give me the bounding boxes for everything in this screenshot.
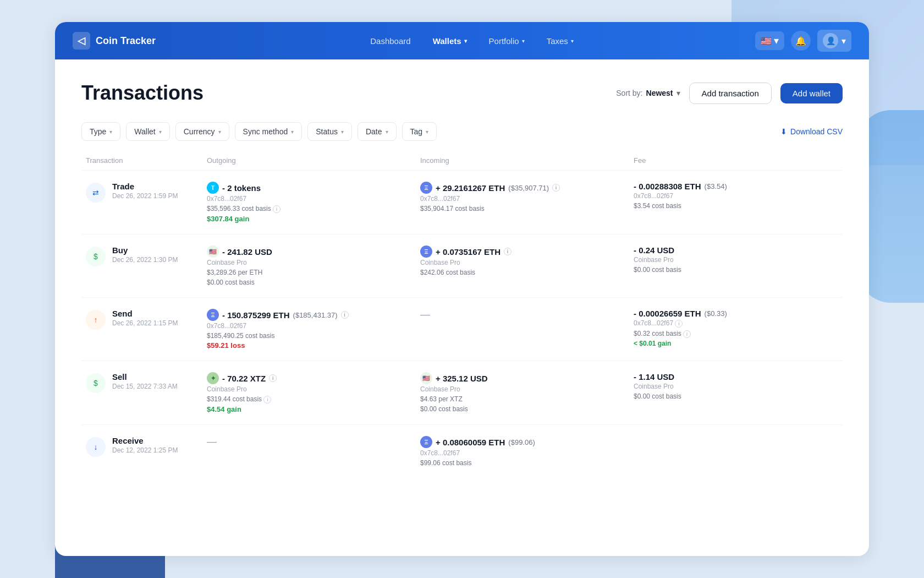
notifications-button[interactable]: 🔔	[791, 31, 811, 51]
col-transaction: Transaction	[81, 156, 202, 165]
tx-outgoing-dash: —	[207, 436, 217, 447]
filter-tag[interactable]: Tag ▾	[402, 122, 437, 141]
filter-currency[interactable]: Currency ▾	[175, 122, 229, 141]
chevron-down-icon: ▾	[842, 36, 846, 46]
nav-dashboard[interactable]: Dashboard	[361, 32, 419, 50]
tx-fee-cost: $0.32 cost basis i	[634, 330, 838, 338]
eth-coin-icon: Ξ	[420, 436, 432, 448]
tx-fee-address: 0x7c8...02f67 i	[634, 319, 838, 328]
tx-outgoing-amount: ✦ - 70.22 XTZ i	[207, 372, 411, 384]
tx-incoming-cost: $242.06 cost basis	[420, 269, 625, 276]
info-icon[interactable]: i	[273, 205, 280, 213]
download-csv-button[interactable]: ⬇ Download CSV	[780, 127, 843, 136]
chevron-down-icon: ▾	[774, 35, 779, 47]
tx-name: Receive	[112, 436, 178, 445]
tx-fee-amount: - 0.00288308 ETH ($3.54)	[634, 182, 838, 191]
chevron-down-icon: ▾	[571, 38, 574, 44]
nav-portfolio[interactable]: Portfolio ▾	[480, 32, 534, 50]
filter-sync-method[interactable]: Sync method ▾	[235, 122, 302, 141]
tx-outgoing-cost: $0.00 cost basis	[207, 279, 411, 286]
tx-outgoing-address: 0x7c8...02f67	[207, 195, 411, 203]
page-title: Transactions	[81, 81, 204, 105]
info-icon[interactable]: i	[683, 330, 691, 338]
tx-outgoing-per: $3,289.26 per ETH	[207, 269, 411, 276]
chevron-down-icon: ▾	[341, 129, 344, 135]
tx-incoming-cell: Ξ + 29.2161267 ETH ($35,907.71) i 0x7c8.…	[416, 182, 629, 212]
tx-incoming-cell: Ξ + 0.0735167 ETH i Coinbase Pro $242.06…	[416, 246, 629, 276]
chevron-down-icon: ▾	[159, 129, 162, 135]
tx-fee-cell: - 0.00026659 ETH ($0.33) 0x7c8...02f67 i…	[629, 309, 843, 347]
bell-icon: 🔔	[795, 36, 806, 46]
add-wallet-button[interactable]: Add wallet	[780, 83, 843, 103]
tx-outgoing-cost: $35,596.33 cost basis i	[207, 205, 411, 213]
tx-outgoing-cost: $185,490.25 cost basis	[207, 332, 411, 340]
tx-name: Sell	[112, 372, 178, 381]
add-transaction-button[interactable]: Add transaction	[689, 83, 772, 104]
flag-button[interactable]: 🇺🇸 ▾	[755, 31, 784, 50]
nav-links: Dashboard Wallets ▾ Portfolio ▾ Taxes ▾	[189, 32, 755, 50]
info-icon[interactable]: i	[341, 311, 349, 319]
tx-incoming-cost: $99.06 cost basis	[420, 459, 625, 467]
tx-fee-cost: $0.00 cost basis	[634, 392, 838, 400]
tx-fee-cell: - 0.00288308 ETH ($3.54) 0x7c8...02f67 $…	[629, 182, 843, 210]
tx-name: Buy	[112, 246, 178, 255]
filter-bar: Type ▾ Wallet ▾ Currency ▾ Sync method ▾…	[81, 122, 843, 141]
tx-date: Dec 26, 2022 1:15 PM	[112, 319, 178, 327]
logo[interactable]: ◁ Coin Tracker	[73, 32, 156, 50]
chevron-down-icon: ▾	[676, 89, 680, 97]
user-menu-button[interactable]: 👤 ▾	[817, 30, 851, 52]
tx-outgoing-amount: T - 2 tokens	[207, 182, 411, 194]
tx-incoming-sub: Coinbase Pro	[420, 259, 625, 266]
filter-type[interactable]: Type ▾	[81, 122, 120, 141]
sort-control[interactable]: Sort by: Newest ▾	[616, 89, 680, 97]
flag-icon: 🇺🇸	[761, 36, 772, 46]
tx-incoming-amount: 🇺🇸 + 325.12 USD	[420, 372, 625, 384]
tx-fee-cost: $3.54 cost basis	[634, 202, 838, 210]
tx-date: Dec 26, 2022 1:59 PM	[112, 192, 178, 200]
tx-incoming-cell: —	[416, 309, 629, 320]
header-actions: Sort by: Newest ▾ Add transaction Add wa…	[616, 83, 843, 104]
tx-date: Dec 15, 2022 7:33 AM	[112, 383, 178, 390]
info-icon[interactable]: i	[269, 374, 277, 382]
tx-incoming-dash: —	[420, 309, 430, 320]
tx-gain-small: < $0.01 gain	[634, 340, 838, 347]
info-icon[interactable]: i	[552, 184, 560, 192]
sort-label: Sort by:	[616, 89, 642, 97]
tx-incoming-amount: Ξ + 0.08060059 ETH ($99.06)	[420, 436, 625, 448]
tx-type-cell: $ Sell Dec 15, 2022 7:33 AM	[81, 372, 202, 393]
chevron-down-icon: ▾	[109, 129, 112, 135]
tx-name: Trade	[112, 182, 178, 191]
navbar: ◁ Coin Tracker Dashboard Wallets ▾ Portf…	[55, 22, 869, 59]
tx-incoming-cost: $0.00 cost basis	[420, 405, 625, 413]
tx-fee-amount: - 0.24 USD	[634, 246, 838, 255]
nav-wallets[interactable]: Wallets ▾	[424, 32, 476, 50]
avatar: 👤	[823, 33, 838, 48]
nav-taxes[interactable]: Taxes ▾	[538, 32, 582, 50]
info-icon[interactable]: i	[504, 248, 512, 255]
tx-outgoing-amount: Ξ - 150.875299 ETH ($185,431.37) i	[207, 309, 411, 321]
col-outgoing: Outgoing	[202, 156, 416, 165]
filter-status[interactable]: Status ▾	[307, 122, 352, 141]
tx-type-cell: ⇄ Trade Dec 26, 2022 1:59 PM	[81, 182, 202, 203]
sort-value: Newest	[646, 89, 673, 97]
download-icon: ⬇	[780, 127, 787, 136]
chevron-down-icon: ▾	[464, 38, 467, 44]
filter-wallet[interactable]: Wallet ▾	[126, 122, 169, 141]
chevron-down-icon: ▾	[386, 129, 388, 135]
tx-outgoing-cell: —	[202, 436, 416, 448]
filter-date[interactable]: Date ▾	[358, 122, 397, 141]
tx-outgoing-cell: ✦ - 70.22 XTZ i Coinbase Pro $319.44 cos…	[202, 372, 416, 413]
info-icon[interactable]: i	[675, 320, 683, 328]
tx-outgoing-cell: 🇺🇸 - 241.82 USD Coinbase Pro $3,289.26 p…	[202, 246, 416, 286]
navbar-right: 🇺🇸 ▾ 🔔 👤 ▾	[755, 30, 851, 52]
tx-type-cell: ↑ Send Dec 26, 2022 1:15 PM	[81, 309, 202, 330]
tx-incoming-amount: Ξ + 29.2161267 ETH ($35,907.71) i	[420, 182, 625, 194]
table-row: ↓ Receive Dec 12, 2022 1:25 PM — Ξ + 0.0…	[81, 425, 843, 478]
tx-incoming-amount: Ξ + 0.0735167 ETH i	[420, 246, 625, 258]
info-icon[interactable]: i	[263, 396, 271, 403]
tx-fee-amount: - 1.14 USD	[634, 372, 838, 381]
tx-gain: $4.54 gain	[207, 405, 411, 413]
page-header: Transactions Sort by: Newest ▾ Add trans…	[81, 81, 843, 105]
tx-date: Dec 12, 2022 1:25 PM	[112, 446, 178, 454]
chevron-down-icon: ▾	[291, 129, 294, 135]
